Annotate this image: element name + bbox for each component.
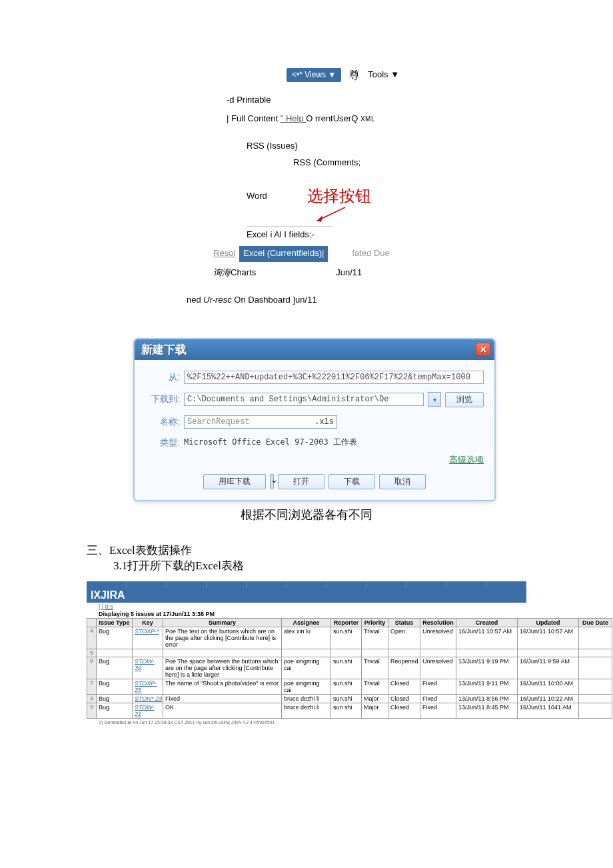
full-content-label: | Full Content (227, 113, 281, 123)
table-row: 4BugSTOXP-*Poe The text on the buttons w… (87, 627, 612, 649)
dialog-caption: 根据不同浏览器各有不同 (133, 507, 480, 523)
close-icon[interactable]: ✕ (476, 343, 490, 356)
section-3-1-heading: 3.1打开所下载的Excel表格 (113, 558, 526, 573)
section-3-heading: 三、Excel表数据操作 (87, 543, 526, 558)
path-dropdown-icon[interactable]: ▾ (428, 392, 441, 407)
excel-header-row: Issue Type Key Summary Assignee Reporter… (87, 618, 612, 627)
help-link[interactable]: " Help (281, 113, 306, 123)
excel-preview: IXJIRA | | 8.s Displaying 5 issues at 17… (87, 581, 526, 725)
col-issue-type: Issue Type (97, 618, 133, 627)
from-label: 从: (145, 371, 180, 383)
col-updated: Updated (518, 618, 579, 627)
rss-comments-link[interactable]: RSS (Comments; (293, 155, 486, 171)
ur-resc-label: Ur-resc (203, 295, 231, 305)
advanced-options-link[interactable]: 高级选项 (449, 454, 484, 466)
col-resolution: Resolution (420, 618, 456, 627)
table-row: 7BugSTOXP-25The name of "Shoot a photo/v… (87, 679, 612, 694)
excel-current-fields-button[interactable]: Excel (Currentfields)| (239, 246, 328, 262)
zun-glyph: 尊 (349, 67, 360, 84)
tools-dropdown[interactable]: Tools ▼ (368, 68, 399, 82)
svg-marker-1 (317, 215, 322, 222)
col-assignee: Assignee (282, 618, 331, 627)
open-button[interactable]: 打开 (278, 474, 324, 489)
word-link[interactable]: Word (247, 189, 267, 203)
rss-issues-link[interactable]: RSS (Issues} (247, 127, 486, 155)
col-summary: Summary (163, 618, 282, 627)
current-user-label: O rrentUserQ (306, 113, 360, 123)
views-dropdown[interactable]: <•* Views ▼ (287, 68, 341, 82)
type-label: 类型: (145, 437, 180, 449)
col-due-date: Due Date (579, 618, 612, 627)
views-tools-panel: <•* Views ▼ 尊 Tools ▼ -d Printable | Ful… (233, 67, 486, 280)
col-priority: Priority (362, 618, 388, 627)
browse-button[interactable]: 浏览 (445, 392, 484, 407)
charts-prefix: 询海 (213, 267, 231, 277)
excel-title: IXJIRA (87, 588, 526, 603)
download-path-input[interactable] (184, 393, 424, 406)
excel-table: Issue Type Key Summary Assignee Reporter… (87, 618, 612, 719)
resolution-link[interactable]: Resol (213, 247, 235, 261)
dashboard-label: On Dashboard ]un/11 (232, 295, 317, 305)
col-key: Key (133, 618, 163, 627)
table-row: 5 (87, 649, 612, 657)
fated-due-label: fated Due (352, 247, 389, 261)
download-button[interactable]: 下载 (328, 474, 375, 489)
excel-footer-note: 1) Generated at Fri Jun 17 15:38:32 CST … (87, 719, 526, 725)
printable-link[interactable]: -d Printable (227, 84, 486, 109)
download-to-label: 下载到: (145, 393, 180, 405)
select-button-annotation: 选择按钮 (307, 183, 371, 209)
col-status: Status (388, 618, 420, 627)
file-extension-label: .xls (314, 417, 334, 427)
table-row: 6BugSTOW-39Poe The space between the but… (87, 657, 612, 679)
excel-all-fields-link[interactable]: Excel i Al I fields;- (247, 226, 333, 243)
footer-divider: ⌄ (270, 474, 274, 489)
ned-prefix: ned (187, 295, 203, 305)
filename-input[interactable] (187, 417, 314, 427)
dialog-title: 新建下载 (141, 342, 187, 357)
excel-sub: | | 8.s (87, 603, 526, 610)
name-label: 名称: (145, 416, 180, 428)
xml-link[interactable]: XML (360, 115, 375, 123)
excel-displaying-label: Displaying 5 issues at 17/Jun/11 3:38 PM (87, 610, 526, 618)
cancel-button[interactable]: 取消 (379, 474, 426, 489)
file-type-value: Microsoft Office Excel 97-2003 工作表 (184, 437, 357, 448)
ie-download-button[interactable]: 用IE下载 (203, 474, 265, 489)
jun11-label: Jun/11 (336, 266, 362, 280)
col-reporter: Reporter (331, 618, 362, 627)
new-download-dialog: 新建下载 ✕ 从: 下载到: ▾ 浏览 名称: . (133, 338, 496, 501)
table-row: 8BugSTON*-23Fixedbruce dezhi lisun.shiMa… (87, 694, 612, 703)
charts-link[interactable]: Charts (231, 267, 256, 277)
col-created: Created (456, 618, 518, 627)
from-url-input[interactable] (184, 371, 484, 384)
table-row: 9BugSTOW-21OKbruce dezhi lisun shiMajorC… (87, 703, 612, 718)
